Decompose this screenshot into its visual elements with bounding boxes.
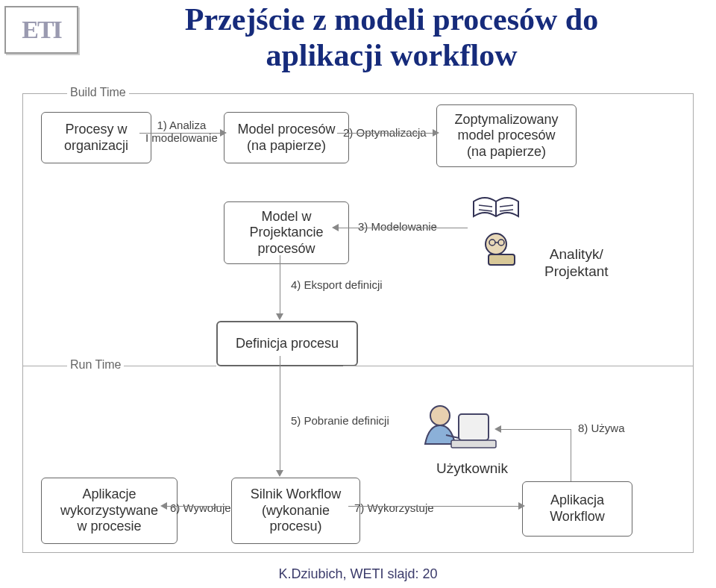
- run-time-label: Run Time: [67, 358, 124, 372]
- svg-rect-11: [459, 414, 489, 440]
- user-icon: [410, 399, 500, 459]
- build-time-label: Build Time: [67, 86, 129, 99]
- label-3-modelowanie: 3) Modelowanie: [358, 220, 437, 233]
- diagram-area: Build Time Procesy w organizacji 1) Anal…: [22, 78, 694, 556]
- footer-slide-number: K.Dziubich, WETI slajd: 20: [0, 566, 716, 582]
- box-zoptymalizowany: Zoptymalizowany model procesów (na papie…: [436, 104, 577, 167]
- page-title: Przejście z modeli procesów do aplikacji…: [82, 1, 701, 74]
- box-procesy-organizacji: Procesy w organizacji: [41, 112, 151, 163]
- logo-eti: ETI: [4, 6, 78, 54]
- label-5-pobranie: 5) Pobranie definicji: [291, 414, 389, 427]
- label-1-analiza: 1) Analiza I modelowanie: [145, 119, 218, 144]
- svg-rect-12: [451, 440, 496, 448]
- title-line1: Przejście z modeli procesów do: [185, 2, 598, 37]
- label-4-eksport: 4) Eksport definicji: [291, 278, 383, 291]
- box-silnik-workflow: Silnik Workflow (wykonanie procesu): [231, 478, 360, 544]
- box-model-papier: Model procesów (na papierze): [224, 112, 349, 163]
- title-line2: aplikacji workflow: [266, 38, 517, 72]
- label-analyst: Analityk/ Projektant: [544, 246, 609, 281]
- box-model-projektant: Model w Projektancie procesów: [224, 201, 349, 264]
- label-8-uzywa: 8) Używa: [578, 422, 625, 434]
- label-7-wykorzystuje: 7) Wykorzystuje: [354, 501, 434, 514]
- svg-point-10: [430, 406, 450, 425]
- box-definicja-procesu: Definicja procesu: [216, 321, 358, 366]
- label-6-wywoluje: 6) Wywołuje: [170, 501, 231, 514]
- label-uzytkownik: Użytkownik: [436, 460, 508, 478]
- box-aplikacje-proces: Aplikacje wykorzystywane w procesie: [41, 478, 178, 544]
- svg-rect-6: [489, 254, 515, 265]
- box-aplikacja-workflow: Aplikacja Workflow: [522, 481, 632, 537]
- analyst-icon: [477, 228, 522, 269]
- book-icon: [470, 190, 522, 228]
